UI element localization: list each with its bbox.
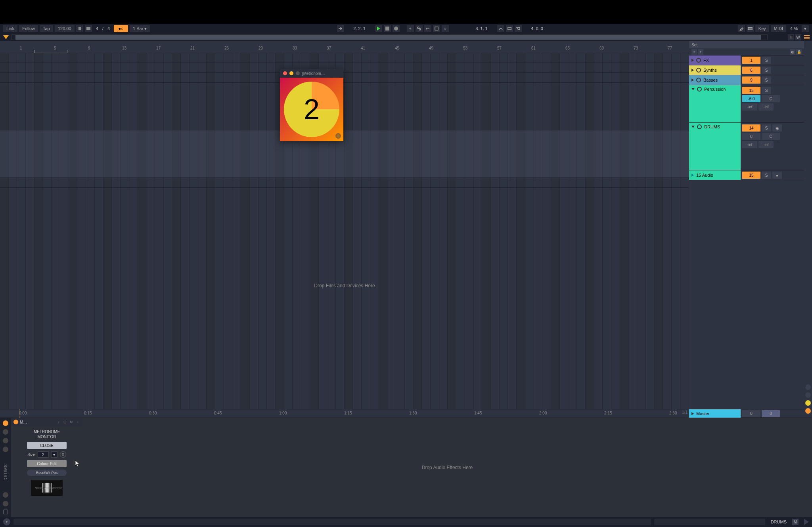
key-map-button[interactable]: Key xyxy=(755,25,769,32)
fold-icon[interactable] xyxy=(691,69,694,72)
track-number-field[interactable]: 6 xyxy=(742,67,760,74)
automation-arm-button[interactable] xyxy=(416,25,423,32)
device-slot-icon[interactable] xyxy=(3,501,8,506)
master-field-a[interactable]: 0 xyxy=(742,410,760,417)
overview-handle[interactable] xyxy=(15,35,761,40)
device-slot-icon[interactable] xyxy=(3,429,8,435)
solo-button[interactable]: S xyxy=(762,124,771,132)
bar-ruler[interactable]: 1 5 9 13 17 21 25 29 33 37 41 45 49 53 5… xyxy=(0,41,689,53)
track-number-field[interactable]: 9 xyxy=(742,76,760,84)
indicator-dot[interactable] xyxy=(805,408,811,414)
activator-icon[interactable] xyxy=(697,87,702,92)
loop-brace[interactable] xyxy=(34,50,67,53)
add-return-button[interactable]: + xyxy=(698,49,703,55)
device-expand-icon[interactable]: ⊡ xyxy=(63,420,67,424)
track-lane-audio15[interactable] xyxy=(0,178,689,188)
midi-map-button[interactable]: MIDI xyxy=(771,25,786,32)
lock-icon[interactable]: 🔒 xyxy=(796,49,802,55)
re-enable-automation-button[interactable]: ↩ xyxy=(424,25,431,32)
send-b-field[interactable]: -inf xyxy=(758,141,774,148)
device-drop-area[interactable]: Drop Audio Effects Here xyxy=(82,418,812,517)
track-lane-fx[interactable] xyxy=(0,53,689,63)
follow-button[interactable]: Follow xyxy=(19,25,38,32)
track-header-synths[interactable]: Synths 6 S xyxy=(689,65,804,75)
tap-button[interactable]: Tap xyxy=(40,25,53,32)
add-track-button[interactable]: + xyxy=(691,49,697,55)
tempo-field[interactable]: 120.00 xyxy=(55,25,75,32)
arm-button[interactable]: ◉ xyxy=(772,124,782,132)
track-number-field[interactable]: 14 xyxy=(742,124,760,132)
size-field[interactable]: 2 xyxy=(38,451,49,458)
song-position[interactable]: 2. 2. 1 xyxy=(346,25,373,32)
cpu-dropdown[interactable]: ▾ xyxy=(802,25,809,32)
metronome-button[interactable]: ●○ xyxy=(114,25,128,32)
w-button[interactable]: W xyxy=(795,34,801,40)
sig-denominator[interactable]: 4 xyxy=(105,25,112,32)
track-lane-basses[interactable] xyxy=(0,73,689,83)
pan-field[interactable]: C xyxy=(762,133,780,140)
lock-icon[interactable] xyxy=(3,510,8,514)
metronome-window[interactable]: [Metronom… 2 ⚙ xyxy=(280,69,343,141)
tracks-grid[interactable]: Drop Files and Devices Here [Metronom… 2… xyxy=(0,53,689,409)
fold-icon[interactable] xyxy=(691,59,694,62)
activator-icon[interactable] xyxy=(697,124,702,129)
track-name-tab[interactable]: 15 Audio xyxy=(689,170,741,180)
overview-triangle-icon[interactable] xyxy=(3,35,9,39)
curve-icon[interactable] xyxy=(497,25,504,32)
track-header-basses[interactable]: Basses 9 S xyxy=(689,75,804,85)
device-slot-icon[interactable] xyxy=(3,492,8,498)
fold-icon[interactable] xyxy=(691,126,695,128)
send-b-field[interactable]: -inf xyxy=(758,103,774,111)
indicator-dot[interactable] xyxy=(805,384,811,390)
solo-button[interactable]: S xyxy=(762,57,771,64)
track-header-percussion[interactable]: Percussion 13 S -6.0 C -inf -inf xyxy=(689,85,804,123)
solo-button[interactable]: S xyxy=(762,87,771,94)
track-name-tab[interactable]: FX xyxy=(689,55,741,65)
send-a-field[interactable]: -inf xyxy=(742,103,757,111)
device-active-icon[interactable] xyxy=(3,420,8,426)
loop-length[interactable]: 4. 0. 0 xyxy=(523,25,551,32)
arm-button[interactable]: ● xyxy=(772,172,782,179)
fold-icon[interactable] xyxy=(691,412,694,415)
loop-button[interactable]: ○ xyxy=(442,25,449,32)
track-number-field[interactable]: 13 xyxy=(742,87,760,94)
device-save-icon[interactable]: ▫ xyxy=(75,420,80,424)
volume-field[interactable]: -6.0 xyxy=(742,95,760,102)
track-lane-percussion[interactable] xyxy=(0,83,689,130)
track-header-fx[interactable]: FX 1 S xyxy=(689,55,804,65)
arrow-to-start-button[interactable] xyxy=(337,25,344,32)
volume-field[interactable]: 0 xyxy=(742,133,760,140)
track-name-tab[interactable]: Percussion xyxy=(689,85,741,122)
close-icon[interactable] xyxy=(283,71,287,75)
solo-button[interactable]: S xyxy=(762,172,771,179)
device-toggle-icon[interactable] xyxy=(13,420,18,424)
record-button[interactable] xyxy=(393,25,400,32)
window-titlebar[interactable]: [Metronom… xyxy=(280,69,343,78)
device-header[interactable]: M… ↓ ⊡ ↻ ▫ xyxy=(11,418,82,426)
reset-window-button[interactable]: ResetWinPos xyxy=(27,470,67,476)
detail-triangle-icon[interactable] xyxy=(804,519,809,525)
track-header-audio15[interactable]: 15 Audio 15 S ● xyxy=(689,170,804,180)
punch-in-button[interactable] xyxy=(506,25,513,32)
device-arrow-icon[interactable]: ↓ xyxy=(56,420,61,424)
capture-button[interactable] xyxy=(433,25,440,32)
punch-out-button[interactable] xyxy=(515,25,522,32)
track-number-field[interactable]: 1 xyxy=(742,57,760,64)
colour-edit-button[interactable]: Colour Edit xyxy=(27,460,67,467)
solo-button[interactable]: S xyxy=(762,76,771,84)
device-refresh-icon[interactable]: ↻ xyxy=(69,420,74,424)
activator-icon[interactable] xyxy=(696,58,701,63)
master-field-b[interactable]: 0 xyxy=(762,410,780,417)
nudge-up-button[interactable] xyxy=(85,25,92,32)
play-icon[interactable] xyxy=(691,174,694,177)
pencil-icon[interactable] xyxy=(738,25,745,32)
activator-icon[interactable] xyxy=(696,78,701,82)
solo-button[interactable]: S xyxy=(762,67,771,74)
stop-button[interactable] xyxy=(384,25,391,32)
track-number-field[interactable]: 15 xyxy=(742,172,760,179)
master-name-tab[interactable]: Master xyxy=(689,409,741,418)
link-button[interactable]: Link xyxy=(3,25,17,32)
track-header-drums[interactable]: DRUMS 14 S ◉ 0 C -inf -inf xyxy=(689,123,804,170)
gear-icon[interactable]: ⚙ xyxy=(335,133,341,139)
device-slot-icon[interactable] xyxy=(3,447,8,452)
